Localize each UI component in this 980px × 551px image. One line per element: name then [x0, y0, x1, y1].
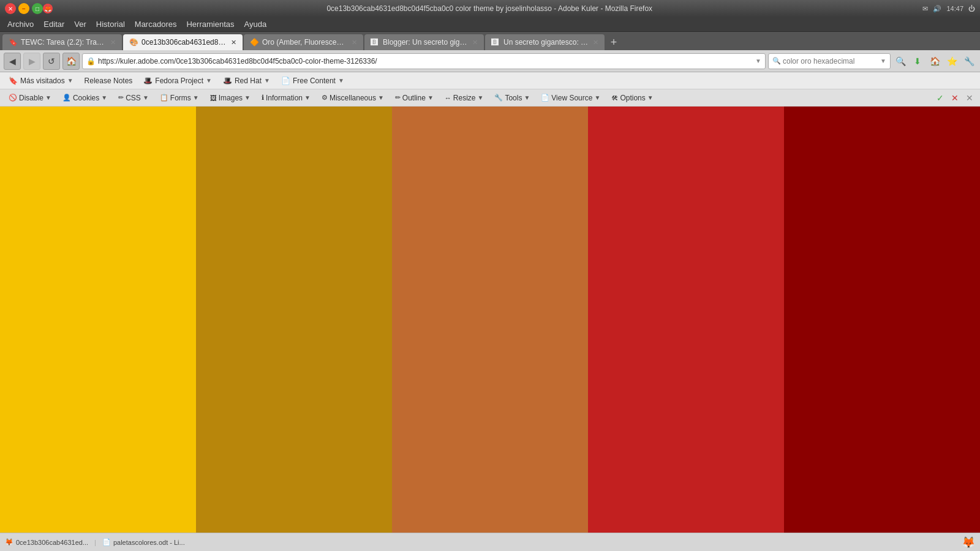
wd-label: Options	[620, 94, 645, 102]
search-dropdown-icon[interactable]: ▼	[880, 58, 886, 64]
menubar-item-herramientas[interactable]: Herramientas	[181, 18, 239, 30]
menubar-item-ver[interactable]: Ver	[69, 18, 91, 30]
navbar: ◀ ▶ ↺ 🏠 🔒 ▼ 🔍 ▼ 🔍 ⬇ 🏠 ⭐ 🔧	[0, 50, 980, 72]
menubar-item-archivo[interactable]: Archivo	[2, 18, 39, 30]
download-icon[interactable]: ⬇	[910, 54, 925, 69]
tab-favicon: 🎨	[129, 38, 138, 47]
wd-outline[interactable]: ✏Outline▼	[390, 92, 439, 103]
bm-arrow: ▼	[67, 77, 74, 84]
wd-information[interactable]: ℹInformation▼	[257, 92, 315, 103]
tab-close-btn[interactable]: ✕	[110, 39, 116, 47]
new-tab-button[interactable]: +	[606, 34, 622, 50]
bookmark-release-notes[interactable]: Release Notes	[80, 75, 138, 86]
tab-tab5[interactable]: 🅱Un secreto gigantesco: Vist...✕	[485, 34, 605, 50]
bm-label: Fedora Project	[155, 77, 203, 85]
wd-icon: 🔧	[494, 94, 503, 102]
search-bar-container: 🔍 ▼	[768, 53, 891, 69]
wd-forms[interactable]: 📋Forms▼	[155, 92, 204, 103]
wd-resize[interactable]: ↔Resize▼	[440, 92, 489, 103]
color-swatch-dark-golden	[196, 107, 392, 533]
wd-label: Cookies	[73, 94, 99, 102]
tab-close-btn[interactable]: ✕	[231, 39, 236, 47]
wd-label: Information	[266, 94, 303, 102]
bookmark-red-hat[interactable]: 🎩Red Hat▼	[218, 75, 275, 86]
wd-tools[interactable]: 🔧Tools▼	[489, 92, 535, 103]
statusbar: 🦊 0ce13b306cab4631ed... | 📄 paletascolor…	[0, 533, 980, 551]
tab-close-btn[interactable]: ✕	[352, 39, 357, 47]
wd-label: Disable	[19, 94, 43, 102]
url-input[interactable]	[98, 57, 755, 66]
tab-label: Oro (Amber, Fluorescent or...	[262, 38, 348, 47]
bm-icon: 📄	[281, 77, 290, 85]
app-icon: 🦊	[43, 4, 53, 13]
color-swatch-burnt-orange	[392, 107, 588, 533]
tab-tab4[interactable]: 🅱Blogger: Un secreto gigante...✕	[364, 34, 484, 50]
clock: 14:47	[946, 5, 963, 12]
menubar-item-editar[interactable]: Editar	[39, 18, 69, 30]
tab-close-btn[interactable]: ✕	[472, 39, 478, 47]
bookmark-fedora-project[interactable]: 🎩Fedora Project▼	[138, 75, 217, 86]
wd-arrow: ▼	[428, 94, 434, 101]
wd-arrow: ▼	[244, 94, 251, 101]
bm-label: Red Hat	[235, 77, 262, 85]
bookmark-free-content[interactable]: 📄Free Content▼	[276, 75, 349, 86]
back-button[interactable]: ◀	[4, 53, 21, 70]
home-button[interactable]: 🏠	[62, 53, 80, 70]
wd-icon: ℹ	[262, 94, 264, 102]
wd-cookies[interactable]: 👤Cookies▼	[58, 92, 112, 103]
wd-x-btn[interactable]: ✕	[948, 91, 962, 105]
bm-arrow: ▼	[206, 77, 212, 84]
wd-check-btn[interactable]: ✓	[933, 91, 947, 105]
wd-icon: 🛠	[611, 94, 618, 102]
color-swatch-deep-red	[784, 107, 980, 533]
home-icon2[interactable]: 🏠	[927, 54, 942, 69]
email-icon: ✉	[922, 5, 928, 13]
wd-label: View Source	[551, 94, 592, 102]
url-bar-container: 🔒 ▼	[82, 53, 766, 69]
wd-arrow: ▼	[647, 94, 654, 101]
bm-label: Free Content	[293, 77, 336, 85]
menubar-item-ayuda[interactable]: Ayuda	[239, 18, 271, 30]
forward-button[interactable]: ▶	[23, 53, 40, 70]
search-input[interactable]	[783, 57, 880, 66]
webdev-toolbar: 🚫Disable▼👤Cookies▼✏CSS▼📋Forms▼🖼Images▼ℹI…	[0, 89, 980, 107]
bookmark-más-visitados[interactable]: 🔖Más visitados▼	[4, 75, 78, 86]
url-dropdown-icon[interactable]: ▼	[755, 58, 761, 64]
wd-label: Resize	[453, 94, 476, 102]
reload-button[interactable]: ↺	[43, 53, 60, 70]
wd-options[interactable]: 🛠Options▼	[606, 92, 658, 103]
wd-arrow: ▼	[594, 94, 600, 101]
bm-icon: 🔖	[9, 77, 18, 85]
tab-favicon: 🔖	[9, 38, 17, 47]
wd-disable[interactable]: 🚫Disable▼	[4, 92, 56, 103]
wd-icon: 👤	[62, 94, 71, 102]
menubar-item-historial[interactable]: Historial	[91, 18, 130, 30]
addon-icon[interactable]: 🔧	[962, 54, 976, 69]
wd-view-source[interactable]: 📄View Source▼	[536, 92, 605, 103]
tab-close-btn[interactable]: ✕	[593, 39, 598, 47]
search-button[interactable]: 🔍	[893, 54, 908, 69]
tab-tab3[interactable]: 🔶Oro (Amber, Fluorescent or...✕	[244, 34, 363, 50]
wd-arrow: ▼	[304, 94, 311, 101]
window-minimize-btn[interactable]: −	[18, 3, 29, 14]
bm-label: Release Notes	[85, 77, 133, 85]
wd-close-btn[interactable]: ✕	[963, 91, 976, 105]
wd-images[interactable]: 🖼Images▼	[205, 92, 255, 103]
bm-icon: 🎩	[223, 77, 232, 85]
bookmark-star-icon[interactable]: ⭐	[944, 54, 959, 69]
wd-label: Tools	[505, 94, 522, 102]
status-left-item[interactable]: 🦊 0ce13b306cab4631ed...	[5, 538, 88, 546]
status-tab-label: 0ce13b306cab4631ed...	[16, 539, 88, 546]
tabbar: 🔖TEWC: Tarea (2.2): Trabajan...✕🎨0ce13b3…	[0, 32, 980, 50]
status-right-item[interactable]: 📄 paletascolores.odt - Li...	[102, 538, 185, 546]
wd-arrow: ▼	[45, 94, 51, 101]
wd-css[interactable]: ✏CSS▼	[113, 92, 154, 103]
menubar-item-marcadores[interactable]: Marcadores	[130, 18, 182, 30]
tab-tab2[interactable]: 🎨0ce13b306cab4631ed8bc0d...✕	[123, 34, 243, 50]
window-close-btn[interactable]: ✕	[5, 3, 16, 14]
wd-label: Outline	[402, 94, 426, 102]
tab-tab1[interactable]: 🔖TEWC: Tarea (2.2): Trabajan...✕	[2, 34, 122, 50]
wd-miscellaneous[interactable]: ⚙Miscellaneous▼	[317, 92, 389, 103]
bookmarks-bar: 🔖Más visitados▼Release Notes🎩Fedora Proj…	[0, 72, 980, 89]
window-maximize-btn[interactable]: □	[32, 3, 43, 14]
